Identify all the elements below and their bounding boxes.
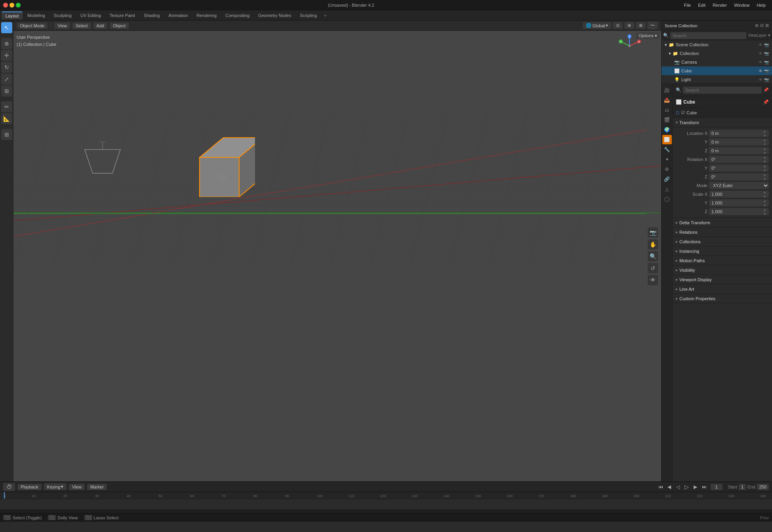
section-line-art[interactable]: ▸ Line Art	[673, 284, 772, 294]
tool-annotate[interactable]: ✏	[1, 101, 12, 112]
tab-layout[interactable]: Layout	[2, 11, 23, 19]
viewport-gizmo[interactable]: Z X Y	[618, 34, 641, 58]
prop-tab-output[interactable]: 📤	[662, 95, 672, 105]
menu-file[interactable]: File	[681, 2, 694, 8]
prop-tab-physics[interactable]: ⚙	[662, 165, 672, 174]
properties-search-input[interactable]	[683, 87, 762, 94]
playback-menu[interactable]: Playback	[17, 484, 42, 490]
section-custom-properties[interactable]: ▸ Custom Properties	[673, 294, 772, 303]
menu-window[interactable]: Window	[731, 2, 753, 8]
marker-menu[interactable]: Marker	[87, 484, 107, 490]
render-toggle-cube[interactable]: 📷	[764, 69, 769, 73]
section-transform[interactable]: ▾ Transform	[673, 118, 772, 127]
scale-x-field[interactable]: 1.000 ▲▼	[709, 191, 769, 198]
viewport-zoom-icon[interactable]: 🔍	[648, 251, 658, 261]
section-visibility[interactable]: ▸ Visibility	[673, 265, 772, 275]
tab-geometry-nodes[interactable]: Geometry Nodes	[254, 12, 295, 19]
outliner-collection[interactable]: ▾ 📁 Collection 👁 📷	[662, 49, 772, 58]
tool-add[interactable]: ⊞	[1, 129, 12, 140]
tab-uv-editing[interactable]: UV Editing	[76, 12, 105, 19]
close-button[interactable]	[3, 3, 8, 8]
jump-to-end-button[interactable]: ⏭	[700, 483, 708, 491]
tab-animation[interactable]: Animation	[165, 12, 192, 19]
render-toggle-light[interactable]: 📷	[764, 78, 769, 82]
outliner-sort-icon[interactable]: ⊟	[760, 23, 764, 28]
object-data-checkbox[interactable]: ☑	[681, 110, 685, 115]
rotation-mode-select[interactable]: XYZ Euler XZY Euler YXZ Euler YZX Euler …	[709, 182, 769, 189]
snap-toggle[interactable]: ⊙	[613, 22, 623, 29]
visibility-toggle-collection[interactable]: 👁	[759, 51, 762, 56]
section-collections[interactable]: ▸ Collections	[673, 237, 772, 246]
location-z-field[interactable]: 0 m ▲▼	[709, 147, 769, 154]
prop-tab-object[interactable]: ⬜	[662, 135, 672, 144]
prop-tab-render[interactable]: 🎥	[662, 85, 672, 95]
start-frame-field[interactable]: 1	[739, 484, 746, 490]
menu-render[interactable]: Render	[709, 2, 730, 8]
section-viewport-display[interactable]: ▸ Viewport Display	[673, 275, 772, 284]
tab-texture-paint[interactable]: Texture Paint	[106, 12, 139, 19]
view-menu[interactable]: View	[54, 23, 70, 29]
add-workspace-button[interactable]: +	[321, 12, 329, 19]
select-menu[interactable]: Select	[72, 23, 91, 29]
location-y-field[interactable]: 0 m ▲▼	[709, 138, 769, 146]
viewport-hand-icon[interactable]: ✋	[648, 239, 658, 250]
prop-tab-modifier[interactable]: 🔧	[662, 145, 672, 154]
section-instancing[interactable]: ▸ Instancing	[673, 246, 772, 256]
prop-tab-constraints[interactable]: 🔗	[662, 174, 672, 184]
rotation-x-field[interactable]: 0° ▲▼	[709, 156, 769, 163]
object-menu[interactable]: Object	[110, 23, 129, 29]
menu-edit[interactable]: Edit	[695, 2, 709, 8]
timeline-ruler[interactable]: 1 10 20 30 40 50 60 70 80 90 100 110 120…	[0, 492, 772, 499]
menu-help[interactable]: Help	[753, 2, 769, 8]
tool-rotate[interactable]: ↻	[1, 62, 12, 73]
outliner-filter-icon[interactable]: ⊞	[755, 23, 759, 28]
prev-keyframe-button[interactable]: ◀	[666, 483, 673, 491]
scale-z-field[interactable]: 1.000 ▲▼	[709, 208, 769, 215]
outliner-cube[interactable]: ⬜ Cube 👁 📷	[662, 66, 772, 75]
outliner-scene-dropdown[interactable]: ▾	[768, 33, 770, 38]
next-keyframe-button[interactable]: ▶	[692, 483, 700, 491]
tool-cursor[interactable]: ⊕	[1, 38, 12, 49]
tab-compositing[interactable]: Compositing	[221, 12, 253, 19]
prop-tab-viewlayer[interactable]: 🗂	[662, 105, 672, 115]
tab-shading[interactable]: Shading	[140, 12, 164, 19]
viewport-camera-icon[interactable]: 📷	[648, 227, 658, 238]
outliner-light[interactable]: 💡 Light 👁 📷	[662, 75, 772, 84]
object-data-name[interactable]: Cube	[686, 110, 697, 115]
section-motion-paths[interactable]: ▸ Motion Paths	[673, 256, 772, 265]
render-toggle-scene[interactable]: 📷	[764, 43, 769, 47]
outliner-search-input[interactable]	[670, 32, 746, 39]
tool-scale[interactable]: ⤢	[1, 74, 12, 85]
prop-pin-icon[interactable]: 📌	[763, 87, 769, 93]
tool-move[interactable]: ✛	[1, 50, 12, 61]
maximize-button[interactable]	[16, 3, 21, 8]
outliner-scene-collection[interactable]: ▾ 📁 Scene Collection 👁 📷	[662, 40, 772, 49]
minimize-button[interactable]	[10, 3, 14, 8]
viewport-canvas[interactable]: User Perspective (1) Collection | Cube O…	[13, 31, 661, 481]
outliner-sync-icon[interactable]: ⊠	[765, 23, 769, 28]
object-mode-selector[interactable]: Object Mode	[17, 23, 48, 29]
outliner-camera[interactable]: 📷 Camera 👁 📷	[662, 58, 772, 66]
header-extra-2[interactable]: 〜	[647, 22, 658, 29]
visibility-toggle-light[interactable]: 👁	[759, 78, 762, 82]
tab-scripting[interactable]: Scripting	[296, 12, 321, 19]
end-frame-field[interactable]: 250	[757, 484, 769, 490]
scale-y-field[interactable]: 1.000 ▲▼	[709, 199, 769, 206]
visibility-toggle-cube[interactable]: 👁	[759, 69, 762, 73]
render-toggle-camera[interactable]: 📷	[764, 60, 769, 64]
timeline-track[interactable]	[0, 499, 772, 509]
jump-to-start-button[interactable]: ⏮	[657, 483, 665, 491]
view-menu-timeline[interactable]: View	[69, 484, 85, 490]
play-button[interactable]: ▷	[683, 483, 691, 491]
object-name-pin[interactable]: 📌	[763, 99, 769, 105]
timeline-mode-icon[interactable]: ⏱	[3, 483, 15, 491]
viewport-rotate-icon[interactable]: ↺	[648, 263, 658, 273]
play-backwards-button[interactable]: ◁	[674, 483, 682, 491]
tool-measure[interactable]: 📐	[1, 113, 12, 124]
prop-tab-particles[interactable]: ✦	[662, 155, 672, 164]
add-menu[interactable]: Add	[93, 23, 108, 29]
viewport-visibility-icon[interactable]: 👁	[648, 275, 658, 285]
section-relations[interactable]: ▸ Relations	[673, 227, 772, 237]
tab-modeling[interactable]: Modeling	[23, 12, 49, 19]
object-name-label[interactable]: Cube	[683, 99, 695, 105]
